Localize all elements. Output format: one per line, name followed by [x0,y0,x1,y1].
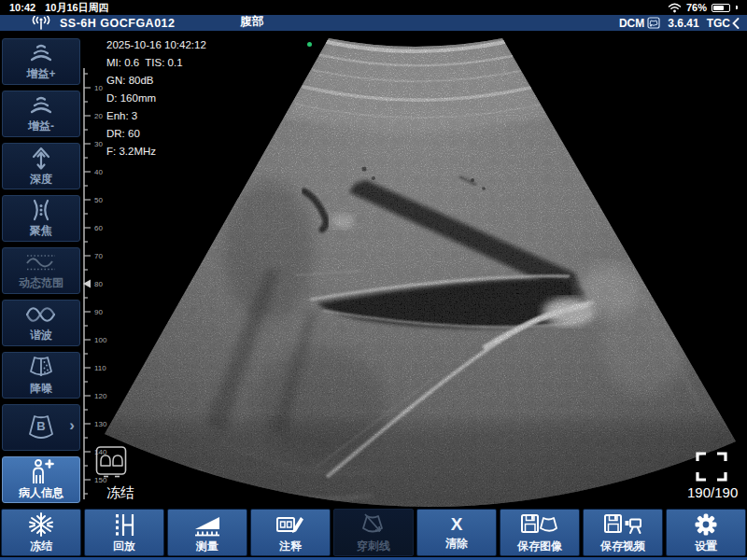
toolbar-item-label: 回放 [113,539,135,554]
depth-icon [25,145,57,171]
ultrasound-app: 10:42 10月16日周四 76% SS-6H GOCFGA012 腹部 [0,0,747,560]
depth-ruler-label: 80 [94,280,103,288]
frequency-text: F: 3.2MHz [106,143,206,161]
sidebar-item-label: 增益+ [26,66,55,82]
sidebar-item-focus[interactable]: 聚焦 [2,195,80,242]
sidebar-item-depth[interactable]: 深度 [2,143,80,189]
sidebar-item-patient-info[interactable]: 病人信息 [2,456,80,503]
depth-ruler-label: 100 [94,336,106,344]
toolbar-freeze-button[interactable]: 冻结 [1,509,81,556]
mi-tis-text: MI: 0.6 TIS: 0.1 [106,54,206,72]
chevron-right-icon: › [69,416,75,435]
toolbar-save-image-button[interactable]: 保存图像 [500,509,580,556]
toolbar-item-label: 保存视频 [600,539,645,554]
toolbar-item-label: 测量 [196,539,218,554]
dcm-label: DCM [619,17,644,30]
depth-ruler-label: 70 [94,252,103,260]
sidebar-item-label: 深度 [30,172,52,188]
antenna-icon [30,16,52,30]
sidebar-item-gain-minus[interactable]: 增益- [2,91,80,137]
toolbar-puncture-line-button[interactable]: 穿刺线 [333,509,414,556]
puncture-line-icon [358,511,389,538]
bottom-toolbar: 冻结 回放 测量 [0,506,747,557]
battery-fill [713,6,724,10]
depth-ruler-label: 60 [94,224,103,232]
ultrasound-display[interactable]: 102030405060708090100110120130140150 202… [82,31,747,506]
toolbar-item-label: 穿刺线 [357,539,390,554]
b-mode-icon: B [22,413,60,442]
dcm-indicator[interactable]: DCM [619,17,660,30]
sidebar-item-label: 降噪 [30,381,52,397]
depth-ruler-label: 30 [94,140,103,148]
toolbar-settings-button[interactable]: 设置 [666,509,746,556]
depth-ruler-label: 20 [94,112,103,120]
sidebar-item-denoise[interactable]: 降噪 [2,352,80,399]
preset-tab-abdomen[interactable]: 腹部 [228,14,277,32]
depth-ruler-label: 90 [94,308,103,316]
gallery-thumbnail-icon[interactable] [95,445,129,483]
denoise-icon [24,354,58,380]
enhance-text: Enh: 3 [106,107,206,125]
toolbar-item-label: 设置 [695,539,717,554]
fullscreen-icon[interactable] [695,451,728,483]
wifi-icon [668,3,682,13]
depth-ruler-label: 40 [94,168,103,176]
patient-info-icon [25,458,57,484]
depth-ruler-label: 50 [94,196,103,204]
toolbar-item-label: 保存图像 [517,539,562,554]
depth-ruler-svg [82,31,106,510]
sidebar-item-label: 谐波 [30,328,52,343]
dynamic-range-icon [23,250,59,274]
toolbar-item-label: 冻结 [30,539,52,554]
toolbar-save-video-button[interactable]: 保存视频 [583,509,663,556]
annotate-icon [274,511,307,538]
battery-percent: 76% [686,2,707,13]
chevron-left-icon [732,18,740,29]
focus-icon [25,198,57,222]
tgc-button[interactable]: TGC [707,17,740,30]
sidebar-item-label: 聚焦 [30,223,52,239]
sidebar-item-dynamic-range[interactable]: 动态范围 [2,247,80,294]
playback-icon [108,511,140,538]
sidebar-item-gain-plus[interactable]: 增益+ [2,38,80,85]
dynamic-range-text: DR: 60 [106,125,206,143]
device-name: SS-6H GOCFGA012 [60,17,176,30]
sidebar-item-harmonics[interactable]: 谐波 [2,300,80,346]
acquisition-info: 2025-10-16 10:42:12 MI: 0.6 TIS: 0.1 GN:… [106,36,206,161]
probe-orientation-marker [307,42,312,47]
toolbar-annotate-button[interactable]: 注释 [250,509,331,556]
gain-plus-icon [25,41,57,65]
depth-text: D: 160mm [106,90,206,107]
toolbar-item-label: 注释 [279,539,302,554]
sidebar-item-b-mode[interactable]: B › [2,404,80,451]
toolbar-playback-button[interactable]: 回放 [84,509,164,556]
gain-minus-icon [25,93,57,118]
battery-icon [712,4,730,12]
datetime-text: 2025-10-16 10:42:12 [106,36,206,54]
gain-text: GN: 80dB [106,72,206,90]
toolbar-measure-button[interactable]: 测量 [167,509,247,556]
depth-ruler-label: 130 [94,420,106,428]
toolbar-clear-button[interactable]: X 清除 [416,509,497,556]
frame-counter: 190/190 [687,484,738,500]
header-bar: SS-6H GOCFGA012 腹部 DCM 3.6.41 TGC [0,15,747,31]
date: 10月16日周四 [45,1,108,15]
save-video-icon [602,511,643,538]
clear-icon: X [451,514,463,535]
settings-icon [691,511,721,538]
tgc-label: TGC [707,17,730,30]
depth-ruler-label: 10 [94,84,103,92]
svg-text:B: B [36,419,45,433]
freeze-icon [25,511,57,538]
version-label: 3.6.41 [668,17,698,30]
clock: 10:42 [9,2,35,13]
sidebar-item-label: 病人信息 [19,485,63,501]
probe-icon [647,17,660,29]
toolbar-item-label: 清除 [445,536,468,552]
battery-nub [736,6,738,9]
depth-ruler-label: 120 [94,392,106,400]
freeze-status-text: 冻结 [106,484,134,502]
measure-icon [191,511,223,538]
status-bar: 10:42 10月16日周四 76% [0,0,747,15]
save-image-icon [519,511,560,538]
